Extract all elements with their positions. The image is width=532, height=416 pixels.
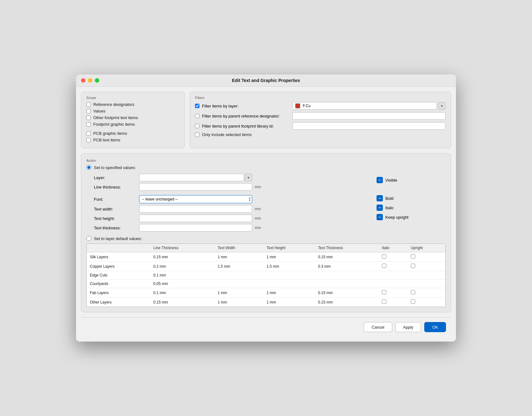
filter-parent-ref-label: Filter items by parent reference designa… [202,114,280,118]
layer-select-wrapper: F.Cu ▼ [292,102,446,110]
italic-checkbox[interactable] [382,299,386,304]
filter-selected-only-checkbox[interactable] [195,133,199,137]
scope-values-checkbox[interactable] [86,109,91,113]
italic-icon[interactable]: − [377,205,383,211]
table-header: Line Thickness Text Width Text Height Te… [87,244,445,252]
scope-pcb-graphic: PCB graphic items [86,131,179,136]
filter-footprint-lib-checkbox[interactable] [195,124,199,128]
set-layer-default-radio[interactable] [86,236,91,241]
scope-footprint-graphic-checkbox[interactable] [86,122,91,127]
row-upright [408,288,445,298]
font-row: Font: -- leave unchanged -- ▲ ▼ [94,195,377,203]
scope-other-footprint: Other footprint text items [86,115,179,120]
keep-upright-icon[interactable]: − [377,214,383,220]
row-text-width: 1 mm [214,298,263,307]
table-header-row: Line Thickness Text Width Text Height Te… [87,244,445,252]
layer-field-dropdown-btn[interactable]: ▼ [245,174,252,181]
bottom-bar: Cancel Apply OK [81,317,451,337]
text-height-row: Text height: -- leave unchanged -- mm [94,215,377,222]
layer-field-wrapper: -- leave unchanged -- ▼ [139,174,252,181]
titlebar: Edit Text and Graphic Properties [76,74,456,87]
row-text-height [263,271,315,280]
row-line-thickness: 0.15 mm [150,252,214,262]
scope-other-footprint-label: Other footprint text items [93,115,138,120]
font-select[interactable]: -- leave unchanged -- [139,195,252,203]
row-name: Edge Cuts [87,271,150,280]
row-italic [379,298,408,307]
scope-ref-des-label: Reference designators [93,102,134,107]
row-line-thickness: 0.05 mm [150,280,214,288]
text-height-label: Text height: [94,216,138,221]
upright-checkbox[interactable] [411,264,415,268]
text-thickness-unit: mm [253,226,261,230]
upright-checkbox[interactable] [411,290,415,294]
set-layer-default-row: Set to layer default values: [86,236,446,241]
italic-checkbox[interactable] [382,290,386,294]
filter-parent-ref-input[interactable] [292,112,446,120]
col-header-text-thickness: Text Thickness [315,244,379,252]
filter-layer-checkbox[interactable] [195,104,199,108]
upright-checkbox[interactable] [411,299,415,304]
ok-button[interactable]: OK [424,322,446,332]
row-name: Silk Layers [87,252,150,262]
text-height-unit: mm [253,216,261,221]
line-thickness-input[interactable]: -- leave unchanged -- [139,183,252,191]
scope-other-footprint-checkbox[interactable] [86,116,91,120]
row-upright [408,252,445,262]
row-italic [379,252,408,262]
filter-footprint-lib-label-area: Filter items by parent footprint library… [195,124,289,129]
col-header-line-thickness: Line Thickness [150,244,214,252]
filter-footprint-lib-input[interactable] [292,122,446,130]
row-name: Courtyards [87,280,150,288]
font-select-wrapper: -- leave unchanged -- ▲ ▼ [139,195,252,203]
filters-panel: Filters Filter items by layer: F.Cu ▼ [190,92,451,148]
upright-checkbox[interactable] [411,254,415,259]
layer-field-input[interactable]: -- leave unchanged -- [139,174,244,181]
bold-icon[interactable]: − [377,195,383,201]
text-width-input[interactable]: -- leave unchanged -- [139,205,252,213]
text-width-label: Text width: [94,207,138,211]
layer-field-row: Layer: -- leave unchanged -- ▼ [94,174,377,181]
filter-selected-only: Only include selected items [195,132,446,137]
layer-name-display: F.Cu [303,104,434,108]
row-name: Other Layers [87,298,150,307]
row-text-width [214,271,263,280]
scope-pcb-text-checkbox[interactable] [86,138,91,142]
bold-control: − Bold [377,195,446,201]
layer-dropdown-button[interactable]: ▼ [438,102,446,110]
row-name: Copper Layers [87,262,150,271]
keep-upright-control: − Keep upright [377,214,446,220]
filter-layer-row: Filter items by layer: F.Cu ▼ [195,102,446,110]
layer-select-display[interactable]: F.Cu [292,102,437,110]
filter-parent-ref-checkbox[interactable] [195,114,199,118]
scope-values-label: Values [93,109,106,113]
row-italic [379,280,408,288]
minimize-button[interactable] [88,78,92,83]
scope-ref-des: Reference designators [86,102,179,107]
row-line-thickness: 0.2 mm [150,262,214,271]
set-specified-radio[interactable] [86,165,91,170]
maximize-button[interactable] [95,78,99,83]
apply-button[interactable]: Apply [395,322,421,332]
scope-pcb-graphic-checkbox[interactable] [86,131,91,136]
text-thickness-input[interactable]: -- leave unchanged -- [139,224,252,232]
row-text-height: 1 mm [263,298,315,307]
table-body: Silk Layers0.15 mm1 mm1 mm0.15 mmCopper … [87,252,445,307]
cancel-button[interactable]: Cancel [364,322,392,332]
close-button[interactable] [81,78,85,83]
italic-checkbox[interactable] [382,254,386,259]
text-thickness-label: Text thickness: [94,226,138,230]
row-text-height: 1 mm [263,252,315,262]
row-upright [408,271,445,280]
italic-checkbox[interactable] [382,264,386,268]
visible-icon[interactable]: − [377,177,383,183]
traffic-lights [81,78,99,83]
text-height-input[interactable]: -- leave unchanged -- [139,215,252,222]
row-italic [379,288,408,298]
scope-ref-des-checkbox[interactable] [86,102,91,107]
filter-selected-only-label: Only include selected items [202,132,252,137]
filter-layer-label-area: Filter items by layer: [195,104,289,108]
layer-color-swatch [295,103,300,108]
col-header-italic: Italic [379,244,408,252]
filter-parent-ref-label-area: Filter items by parent reference designa… [195,114,289,118]
